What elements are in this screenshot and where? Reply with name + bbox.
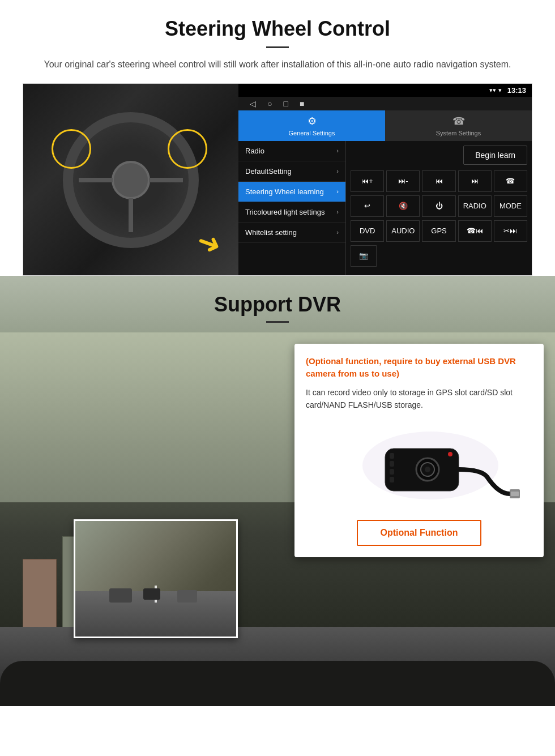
chevron-icon: › (336, 147, 339, 154)
page-title: Steering Wheel Control (23, 17, 532, 41)
ctrl-audio[interactable]: AUDIO (386, 220, 420, 242)
menu-item-default-label: DefaultSetting (245, 167, 292, 176)
settings-tabs: ⚙ General Settings ☎ System Settings (238, 110, 532, 141)
chevron-icon: › (336, 168, 339, 174)
ctrl-row-1: ⏮+ ⏭- ⏮ ⏭ ☎ (351, 170, 527, 192)
ctrl-hang[interactable]: ↩ (351, 195, 384, 217)
menu-item-whitelist[interactable]: Whitelist setting › (238, 223, 345, 243)
svg-rect-4 (390, 469, 394, 475)
menu-item-whitelist-label: Whitelist setting (245, 228, 297, 237)
dvr-product-image (306, 420, 532, 511)
tab-general-label: General Settings (289, 130, 335, 136)
ctrl-prev[interactable]: ⏮ (422, 170, 455, 192)
tab-system-label: System Settings (436, 130, 481, 136)
svg-rect-2 (390, 453, 394, 459)
menu-item-radio-label: Radio (245, 147, 264, 155)
ctrl-dvd[interactable]: DVD (351, 220, 384, 242)
menu-item-steering-label: Steering Wheel learning (245, 187, 324, 196)
menu-item-tricoloured[interactable]: Tricoloured light settings › (238, 202, 345, 223)
dvr-camera-svg (317, 420, 521, 511)
spoke-left (79, 178, 113, 182)
tab-general-settings[interactable]: ⚙ General Settings (238, 110, 385, 141)
dvr-title-divider (266, 321, 289, 323)
dvr-section: Support DVR (Opt (0, 276, 555, 706)
menu-item-radio[interactable]: Radio › (238, 141, 345, 161)
chevron-icon: › (336, 229, 339, 236)
menu-item-tricoloured-label: Tricoloured light settings (245, 208, 325, 216)
dvr-thumbnail (74, 519, 238, 638)
dvr-title: Support DVR (0, 293, 555, 317)
wifi-icon: ▾ (498, 87, 502, 94)
spoke-bottom (129, 198, 133, 232)
signal-icon: ▾▾ (489, 87, 496, 94)
ctrl-vol-up[interactable]: ⏮+ (351, 170, 384, 192)
menu-list: Radio › DefaultSetting › Steering Wheel … (238, 141, 346, 275)
ctrl-row-2: ↩ 🔇 ⏻ RADIO MODE (351, 195, 527, 217)
ctrl-row-4: 📷 (351, 245, 527, 267)
steering-composite: ➜ ▾▾ ▾ 13:13 ◁ ○ □ ■ ⚙ General Settings (23, 83, 532, 276)
home-btn[interactable]: ○ (267, 99, 272, 108)
svg-rect-5 (390, 477, 394, 482)
svg-rect-10 (511, 492, 519, 496)
begin-learn-button[interactable]: Begin learn (463, 146, 527, 165)
system-icon: ☎ (452, 115, 465, 127)
svg-point-8 (425, 467, 430, 472)
highlight-left (52, 129, 91, 169)
recents-btn[interactable]: □ (283, 99, 288, 108)
dvr-description: It can record video only to storage in G… (306, 386, 532, 412)
dvr-info-card: (Optional function, require to buy exter… (294, 344, 544, 558)
dvr-background: Support DVR (Opt (0, 276, 555, 706)
ctrl-gps[interactable]: GPS (422, 220, 455, 242)
status-time: 13:13 (507, 86, 526, 95)
ctrl-top-row: Begin learn (351, 146, 527, 165)
optional-function-button[interactable]: Optional Function (357, 520, 482, 546)
back-btn[interactable]: ◁ (250, 99, 256, 108)
ctrl-next[interactable]: ⏭ (458, 170, 492, 192)
dvr-title-area: Support DVR (0, 276, 555, 334)
android-nav-bar: ◁ ○ □ ■ (238, 97, 532, 110)
chevron-icon: › (336, 188, 339, 195)
highlight-right (168, 129, 207, 169)
dashboard-bottom (0, 661, 555, 706)
chevron-icon: › (336, 208, 339, 215)
ctrl-call[interactable]: ☎ (494, 170, 527, 192)
gear-icon: ⚙ (308, 115, 317, 127)
ctrl-mute[interactable]: 🔇 (386, 195, 420, 217)
steering-photo: ➜ (23, 84, 238, 276)
ctrl-mode[interactable]: MODE (494, 195, 527, 217)
ctrl-row-3: DVD AUDIO GPS ☎⏮ ✂⏭ (351, 220, 527, 242)
steering-section: Steering Wheel Control Your original car… (0, 0, 555, 276)
ctrl-vol-down[interactable]: ⏭- (386, 170, 420, 192)
arrow-indicator: ➜ (193, 223, 226, 262)
menu-item-steering-wheel[interactable]: Steering Wheel learning › (238, 182, 345, 202)
spoke-right (149, 178, 183, 182)
ctrl-radio[interactable]: RADIO (458, 195, 492, 217)
android-ui: ▾▾ ▾ 13:13 ◁ ○ □ ■ ⚙ General Settings ☎ … (238, 84, 532, 275)
svg-point-11 (448, 452, 452, 456)
statusbar: ▾▾ ▾ 13:13 (238, 84, 532, 97)
settings-menu: Radio › DefaultSetting › Steering Wheel … (238, 141, 532, 275)
tab-system-settings[interactable]: ☎ System Settings (385, 110, 532, 141)
control-panel: Begin learn ⏮+ ⏭- ⏮ ⏭ ☎ ↩ 🔇 ⏻ RADIO (346, 141, 532, 275)
dvr-optional-text: (Optional function, require to buy exter… (306, 355, 532, 381)
ctrl-phone-prev[interactable]: ☎⏮ (458, 220, 492, 242)
title-divider (266, 46, 289, 48)
section-subtitle: Your original car's steering wheel contr… (23, 57, 532, 72)
ctrl-camera[interactable]: 📷 (351, 245, 377, 267)
ctrl-skip-next[interactable]: ✂⏭ (494, 220, 527, 242)
ctrl-power[interactable]: ⏻ (422, 195, 455, 217)
menu-btn[interactable]: ■ (300, 99, 304, 108)
menu-item-defaultsetting[interactable]: DefaultSetting › (238, 161, 345, 182)
svg-rect-3 (390, 461, 394, 467)
